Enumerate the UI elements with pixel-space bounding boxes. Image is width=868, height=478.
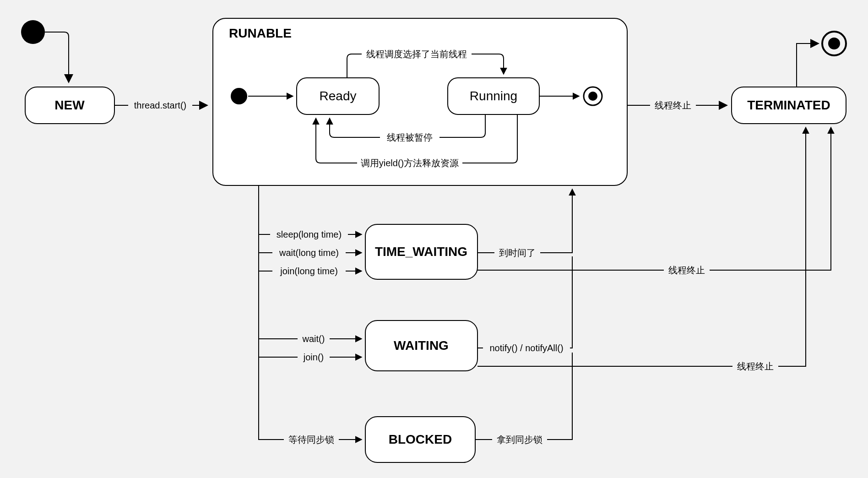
state-new-label: NEW <box>54 98 85 112</box>
state-running: Running <box>448 78 539 114</box>
initial-state-icon <box>21 20 45 44</box>
edge-running-to-ready-yield-label: 调用yield()方法释放资源 <box>361 158 459 168</box>
edge-terminated-to-final <box>797 43 819 87</box>
state-running-label: Running <box>470 89 517 103</box>
edge-ready-to-running-label: 线程调度选择了当前线程 <box>366 49 467 59</box>
state-waiting: WAITING <box>365 320 477 371</box>
edge-new-to-runnable-label: thread.start() <box>134 100 186 110</box>
state-ready-label: Ready <box>320 89 357 103</box>
edge-runnable-to-blocked-label: 等待同步锁 <box>288 435 334 445</box>
edge-runnable-to-blocked <box>259 357 362 440</box>
edge-runnable-to-tw-wait-label: wait(long time) <box>279 248 339 258</box>
edge-tw-to-runnable-label: 到时间了 <box>499 248 536 258</box>
edge-blocked-to-runnable <box>475 353 572 440</box>
state-blocked-label: BLOCKED <box>389 432 452 446</box>
edge-running-to-ready-pause-label: 线程被暂停 <box>387 132 433 142</box>
edge-runnable-to-tw-join-label: join(long time) <box>280 266 338 276</box>
edge-tw-to-terminated-label: 线程终止 <box>668 265 705 275</box>
final-state-icon <box>822 32 846 55</box>
state-terminated-label: TERMINATED <box>747 98 830 112</box>
svg-point-11 <box>588 92 597 101</box>
edge-w-to-runnable-label: notify() / notifyAll() <box>489 343 563 353</box>
edge-runnable-to-w-join-label: join() <box>303 352 324 362</box>
edge-blocked-to-runnable-label: 拿到同步锁 <box>497 435 542 445</box>
state-terminated: TERMINATED <box>732 87 846 124</box>
svg-point-4 <box>231 88 247 104</box>
state-new: NEW <box>25 87 114 124</box>
state-time-waiting: TIME_WAITING <box>365 224 477 279</box>
state-runnable-label: RUNABLE <box>229 26 292 40</box>
state-ready: Ready <box>297 78 379 114</box>
state-time-waiting-label: TIME_WAITING <box>375 244 467 259</box>
edge-tw-to-runnable <box>477 189 572 253</box>
svg-point-15 <box>828 38 840 49</box>
edge-runnable-to-w-wait: wait() <box>259 271 362 344</box>
state-waiting-label: WAITING <box>394 338 449 353</box>
runnable-initial-state-icon <box>231 88 247 104</box>
edge-runnable-to-tw-sleep-label: sleep(long time) <box>277 229 342 239</box>
edge-initial-to-new <box>45 32 69 82</box>
svg-point-0 <box>21 20 45 44</box>
edge-runnable-to-terminated-label: 线程终止 <box>655 100 691 110</box>
edge-runnable-to-w-wait-label: wait() <box>302 334 325 344</box>
edge-runnable-to-tw-sleep: sleep(long time) <box>259 185 362 240</box>
edge-w-to-terminated-label: 线程终止 <box>737 361 774 371</box>
state-blocked: BLOCKED <box>365 417 475 462</box>
